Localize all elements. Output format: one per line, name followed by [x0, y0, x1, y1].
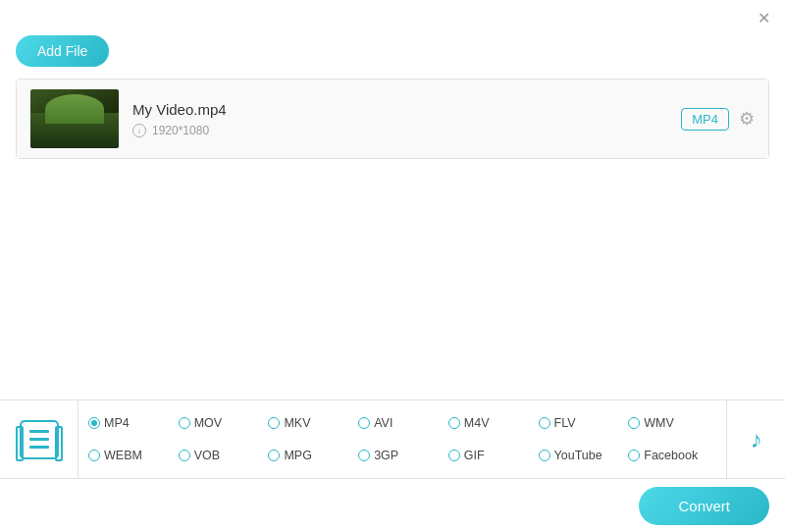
video-format-icon-area[interactable]: [0, 400, 78, 478]
video-thumbnail: [30, 89, 119, 148]
toolbar: Add File: [0, 35, 785, 79]
film-strips: [29, 430, 49, 449]
close-button[interactable]: ✕: [754, 8, 773, 27]
format-label-mpg: MPG: [284, 449, 311, 462]
format-option-avi[interactable]: AVI: [358, 408, 446, 439]
format-option-facebook[interactable]: Facebook: [628, 441, 716, 471]
format-label-m4v: M4V: [464, 416, 490, 430]
format-option-vob[interactable]: VOB: [179, 441, 267, 471]
format-label-gif: GIF: [464, 449, 485, 462]
file-name: My Video.mp4: [132, 101, 667, 118]
format-label-flv: FLV: [554, 416, 576, 430]
radio-3gp[interactable]: [358, 450, 370, 461]
format-label-mov: MOV: [194, 416, 222, 430]
format-label-webm: WEBM: [104, 449, 142, 462]
music-note-icon: ♪: [751, 426, 762, 453]
radio-mov[interactable]: [179, 417, 190, 429]
convert-button[interactable]: Convert: [639, 487, 769, 525]
format-option-mpg[interactable]: MPG: [268, 441, 356, 471]
format-badge[interactable]: MP4: [681, 108, 729, 131]
format-label-avi: AVI: [374, 416, 392, 430]
format-label-facebook: Facebook: [644, 449, 698, 462]
radio-facebook[interactable]: [628, 450, 640, 461]
file-info: My Video.mp4 i 1920*1080: [119, 101, 681, 137]
format-label-mp4: MP4: [104, 416, 130, 430]
info-icon: i: [132, 124, 146, 137]
radio-gif[interactable]: [448, 450, 460, 461]
radio-mpg[interactable]: [268, 450, 280, 461]
radio-mkv[interactable]: [268, 417, 280, 429]
format-option-mov[interactable]: MOV: [179, 408, 267, 439]
film-icon: [20, 420, 59, 459]
audio-format-icon-area[interactable]: ♪: [726, 400, 785, 478]
radio-vob[interactable]: [179, 450, 190, 461]
bottom-panel: MP4MOVMKVAVIM4VFLVWMVWEBMVOBMPG3GPGIFYou…: [0, 399, 785, 532]
settings-icon[interactable]: ⚙: [739, 108, 755, 130]
add-file-button[interactable]: Add File: [16, 35, 109, 67]
format-option-flv[interactable]: FLV: [539, 408, 627, 439]
radio-m4v[interactable]: [448, 417, 460, 429]
file-item: My Video.mp4 i 1920*1080 MP4 ⚙: [17, 80, 768, 158]
file-meta: i 1920*1080: [132, 124, 667, 137]
radio-mp4[interactable]: [88, 417, 100, 429]
file-resolution: 1920*1080: [152, 124, 209, 137]
format-label-3gp: 3GP: [374, 449, 398, 462]
content-area: [0, 159, 785, 375]
format-label-wmv: WMV: [644, 416, 674, 430]
radio-wmv[interactable]: [628, 417, 640, 429]
format-option-mp4[interactable]: MP4: [88, 408, 177, 439]
file-list: My Video.mp4 i 1920*1080 MP4 ⚙: [16, 79, 769, 159]
format-option-3gp[interactable]: 3GP: [358, 441, 446, 471]
format-option-webm[interactable]: WEBM: [88, 441, 177, 471]
radio-avi[interactable]: [358, 417, 370, 429]
format-option-mkv[interactable]: MKV: [268, 408, 356, 439]
format-options-grid: MP4MOVMKVAVIM4VFLVWMVWEBMVOBMPG3GPGIFYou…: [78, 400, 726, 478]
format-panel: MP4MOVMKVAVIM4VFLVWMVWEBMVOBMPG3GPGIFYou…: [0, 400, 785, 479]
radio-youtube[interactable]: [539, 450, 550, 461]
format-option-wmv[interactable]: WMV: [628, 408, 716, 439]
format-label-youtube: YouTube: [554, 449, 602, 462]
convert-row: Convert: [0, 479, 785, 532]
film-strip: [29, 430, 49, 433]
radio-flv[interactable]: [539, 417, 550, 429]
format-label-vob: VOB: [194, 449, 220, 462]
format-option-gif[interactable]: GIF: [448, 441, 537, 471]
format-option-m4v[interactable]: M4V: [448, 408, 537, 439]
film-strip: [29, 438, 49, 441]
title-bar: ✕: [0, 0, 785, 35]
format-label-mkv: MKV: [284, 416, 310, 430]
radio-webm[interactable]: [88, 450, 100, 461]
format-option-youtube[interactable]: YouTube: [539, 441, 627, 471]
file-actions: MP4 ⚙: [681, 108, 755, 131]
film-strip: [29, 446, 49, 449]
